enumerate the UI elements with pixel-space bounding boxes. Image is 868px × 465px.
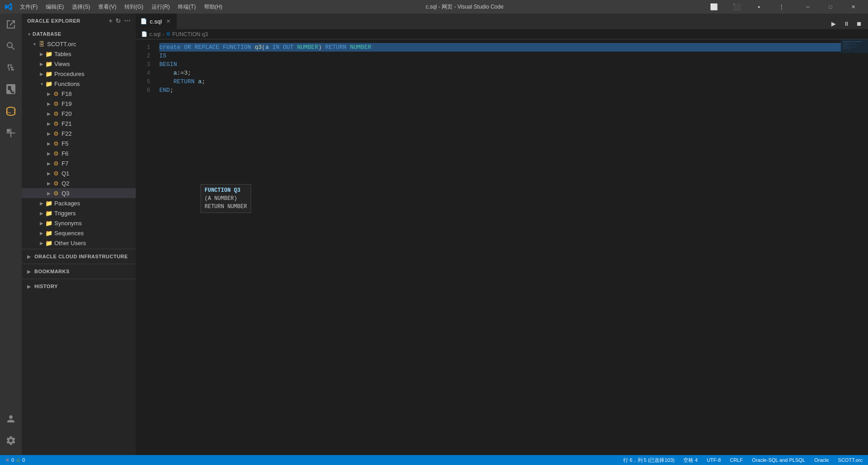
bookmarks-header[interactable]: ▶ BOOKMARKS [22, 266, 136, 277]
tree-item-procedures[interactable]: ▶ 📁 Procedures [22, 69, 136, 79]
packages-label: Packages [54, 200, 80, 207]
functions-icon: 📁 [45, 80, 52, 87]
activity-settings[interactable] [0, 430, 22, 451]
code-content[interactable]: create OR REPLACE FUNCTION q3(a IN OUT N… [154, 39, 841, 455]
status-branch[interactable]: Oracle [812, 457, 830, 463]
menu-goto[interactable]: 转到(G) [121, 2, 147, 12]
status-encoding[interactable]: UTF-8 [705, 457, 723, 463]
menu-edit[interactable]: 编辑(E) [42, 2, 67, 12]
tree-item-q1[interactable]: ▶ ⚙ Q1 [22, 168, 136, 178]
tab-csql[interactable]: 📄 c.sql ✕ [136, 14, 177, 29]
tree-item-synonyms[interactable]: ▶ 📁 Synonyms [22, 218, 136, 228]
f22-icon: ⚙ [52, 130, 60, 137]
activity-scm[interactable] [0, 57, 22, 79]
more-icon[interactable]: ⋯ [124, 17, 131, 24]
history-section: ▶ HISTORY [22, 279, 136, 294]
tree-item-f22[interactable]: ▶ ⚙ F22 [22, 128, 136, 138]
tree-item-sequences[interactable]: ▶ 📁 Sequences [22, 228, 136, 238]
functions-label: Functions [54, 81, 80, 87]
minimap [841, 39, 868, 455]
status-spaces[interactable]: 空格 4 [682, 457, 699, 464]
menu-file[interactable]: 文件(F) [16, 2, 41, 12]
activity-explorer[interactable] [0, 14, 22, 35]
f7-icon: ⚙ [52, 160, 60, 167]
f7-label: F7 [62, 160, 68, 167]
otherusers-label: Other Users [54, 240, 86, 247]
tree-item-packages[interactable]: ▶ 📁 Packages [22, 198, 136, 208]
status-bar: ✕ 0 ⚠ 0 行 6 , 列 5 (已选择103) 空格 4 UTF-8 CR… [0, 455, 868, 465]
status-position[interactable]: 行 6 , 列 5 (已选择103) [621, 457, 676, 464]
code-line-1: create OR REPLACE FUNCTION q3(a IN OUT N… [159, 43, 841, 52]
tree-item-triggers[interactable]: ▶ 📁 Triggers [22, 208, 136, 218]
database-section-header[interactable]: ▾ DATABASE [22, 29, 136, 39]
menu-run[interactable]: 运行(R) [148, 2, 174, 12]
f20-chevron: ▶ [45, 110, 52, 117]
status-left: ✕ 0 ⚠ 0 [4, 457, 27, 463]
status-errors[interactable]: ✕ 0 ⚠ 0 [4, 457, 27, 463]
tree-item-f5[interactable]: ▶ ⚙ F5 [22, 138, 136, 148]
activity-accounts[interactable] [0, 408, 22, 430]
breadcrumb-sep: › [162, 31, 164, 38]
f21-icon: ⚙ [52, 120, 60, 127]
sequences-label: Sequences [54, 230, 84, 237]
layout-btn-2[interactable]: ⬛ [726, 0, 747, 14]
tables-icon: 📁 [45, 50, 52, 57]
breadcrumb-file: 📄 c.sql [141, 31, 161, 38]
packages-chevron: ▶ [38, 199, 45, 207]
tree-item-f21[interactable]: ▶ ⚙ F21 [22, 119, 136, 128]
sidebar: ORACLE EXPLORER + ↻ ⋯ ▾ DATABASE ▾ 🗄 SCO… [22, 14, 136, 455]
activity-extensions[interactable] [0, 79, 22, 100]
layout-btn-1[interactable]: ⬜ [703, 0, 724, 14]
stop-button[interactable]: ⏹ [854, 18, 864, 29]
activity-database[interactable] [0, 100, 22, 122]
menu-select[interactable]: 选择(S) [68, 2, 94, 12]
title-left: 文件(F) 编辑(E) 选择(S) 查看(V) 转到(G) 运行(R) 终端(T… [5, 2, 226, 12]
tree-item-f20[interactable]: ▶ ⚙ F20 [22, 109, 136, 119]
status-schema[interactable]: SCOTT.orc [836, 457, 864, 463]
views-label: Views [54, 61, 70, 67]
f18-icon: ⚙ [52, 90, 60, 97]
activity-git[interactable] [0, 122, 22, 144]
run-button[interactable]: ▶ [828, 18, 839, 29]
tree-item-f18[interactable]: ▶ ⚙ F18 [22, 89, 136, 99]
menu-help[interactable]: 帮助(H) [200, 2, 226, 12]
tables-label: Tables [54, 51, 72, 57]
warning-count: 0 [22, 457, 25, 463]
triggers-label: Triggers [54, 210, 76, 217]
refresh-icon[interactable]: ↻ [115, 17, 121, 24]
menu-view[interactable]: 查看(V) [95, 2, 120, 12]
database-label: DATABASE [33, 31, 61, 37]
layout-btn-4[interactable]: ⋮ [771, 0, 792, 14]
oracle-cloud-header[interactable]: ▶ ORACLE CLOUD INFRASTRUCTURE [22, 251, 136, 262]
new-connection-icon[interactable]: + [109, 17, 113, 24]
tree-item-tables[interactable]: ▶ 📁 Tables [22, 49, 136, 59]
status-language[interactable]: Oracle-SQL and PLSQL [750, 457, 807, 463]
tree-item-views[interactable]: ▶ 📁 Views [22, 59, 136, 69]
layout-btn-3[interactable]: ▪ [749, 0, 769, 14]
close-button[interactable]: ✕ [843, 0, 863, 14]
tree-item-f6[interactable]: ▶ ⚙ F6 [22, 148, 136, 158]
tree-item-f7[interactable]: ▶ ⚙ F7 [22, 158, 136, 168]
code-line-2: IS [159, 52, 841, 60]
tree-item-functions[interactable]: ▾ 📁 Functions [22, 79, 136, 89]
tree-item-q2[interactable]: ▶ ⚙ Q2 [22, 178, 136, 188]
sidebar-content[interactable]: ▾ DATABASE ▾ 🗄 SCOTT.orc ▶ 📁 Tables [22, 28, 136, 455]
status-lineending[interactable]: CRLF [728, 457, 745, 463]
line-num-3: 3 [136, 60, 150, 69]
procedures-chevron: ▶ [38, 70, 45, 77]
sidebar-header-icons: + ↻ ⋯ [109, 17, 130, 24]
menu-terminal[interactable]: 终端(T) [174, 2, 199, 12]
activity-search[interactable] [0, 35, 22, 57]
tree-item-f19[interactable]: ▶ ⚙ F19 [22, 99, 136, 109]
tree-item-scott[interactable]: ▾ 🗄 SCOTT.orc [22, 39, 136, 49]
status-encoding-label: UTF-8 [707, 457, 721, 463]
run-debug-button[interactable]: ⏸ [841, 18, 852, 29]
minimize-button[interactable]: ─ [797, 0, 818, 14]
tab-close-button[interactable]: ✕ [165, 18, 172, 25]
code-editor[interactable]: 1 2 3 4 5 6 create OR REPLACE FUNCTION q… [136, 39, 868, 455]
tree-item-q3[interactable]: ▶ ⚙ Q3 [22, 188, 136, 198]
maximize-button[interactable]: □ [820, 0, 841, 14]
f20-icon: ⚙ [52, 110, 60, 117]
tree-item-otherusers[interactable]: ▶ 📁 Other Users [22, 238, 136, 248]
history-header[interactable]: ▶ HISTORY [22, 281, 136, 292]
